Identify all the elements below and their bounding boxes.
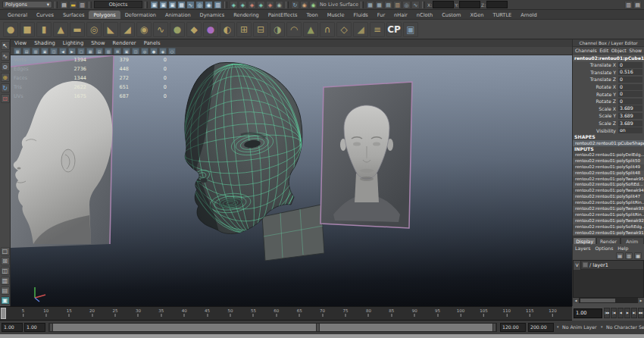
poly-torus-icon[interactable]: ◎ — [86, 22, 102, 37]
selected-object-name[interactable]: rentou02:rentou01:pCube1 — [573, 55, 644, 61]
channel-box-menu-item[interactable]: Show — [629, 48, 642, 53]
status-group-grip[interactable] — [55, 2, 58, 8]
panel-menu-item[interactable]: View — [14, 40, 27, 46]
new-layer-icon[interactable]: ▥ — [625, 252, 633, 259]
gate-mask-icon[interactable]: ▥ — [105, 48, 112, 55]
attribute-value-field[interactable]: 3.689 — [618, 113, 642, 119]
range-start-handle[interactable] — [49, 324, 53, 331]
textured-mode-icon[interactable]: ◉ — [159, 48, 167, 55]
layer-visibility-toggle[interactable]: V — [574, 261, 581, 270]
shelf-tab[interactable]: Muscle — [323, 11, 349, 19]
coordinate-input[interactable] — [486, 1, 508, 8]
select-hierarchy-icon[interactable]: ▣ — [150, 1, 158, 9]
bridge-icon[interactable]: ∩ — [320, 22, 335, 37]
range-slider-bar[interactable] — [48, 323, 497, 332]
input-node-item[interactable]: rentou02:rentou01:polyTweak95 — [573, 177, 644, 183]
panel-menu-item[interactable]: Lighting — [63, 40, 83, 46]
new-layer-selected-icon[interactable]: ▦ — [634, 252, 642, 259]
shelf-tab[interactable]: XGen — [466, 11, 489, 19]
poly-soccer-icon[interactable]: ● — [170, 22, 185, 37]
select-rendering-icon[interactable]: ▥ — [214, 1, 222, 9]
playback-button[interactable]: ▶ — [624, 308, 630, 318]
input-node-item[interactable]: rentou02:rentou01:polySplitRin... — [573, 212, 644, 218]
hypershade-layout-icon[interactable]: ▤ — [1, 286, 10, 295]
character-set-selector[interactable]: No Character Set — [606, 324, 644, 330]
input-node-item[interactable]: rentou02:rentou01:polySplit48 — [573, 171, 644, 177]
shelf-tab[interactable]: Deformation — [120, 11, 161, 19]
safe-action-icon[interactable]: ▣ — [123, 48, 130, 55]
panel-menu-item[interactable]: Panels — [144, 40, 161, 46]
status-group-grip[interactable] — [224, 2, 227, 8]
select-tool-icon[interactable]: ↖ — [1, 41, 10, 50]
input-node-item[interactable]: rentou02:rentou01:polySplit49 — [573, 164, 644, 171]
status-group-grip[interactable] — [361, 2, 364, 8]
shelf-tab[interactable]: PaintEffects — [264, 11, 302, 19]
mirror-icon[interactable]: ◐ — [220, 22, 235, 37]
attribute-value-field[interactable]: 0 — [618, 99, 642, 105]
poly-pyramid-icon[interactable]: ◢ — [120, 22, 135, 37]
input-node-item[interactable]: rentou02:rentou01:polyTweak91 — [573, 230, 644, 236]
coordinate-input[interactable] — [433, 1, 454, 8]
multi-cut-icon[interactable]: ≡ — [370, 22, 385, 37]
coordinate-field[interactable]: X: — [427, 1, 454, 8]
bevel-icon[interactable]: ◇ — [336, 22, 352, 37]
snap-point-icon[interactable]: ◈ — [248, 1, 256, 9]
channel-box-menu-item[interactable]: Channels — [575, 48, 597, 53]
channel-box-menu-item[interactable]: Object — [611, 48, 627, 53]
status-group-grip[interactable] — [89, 2, 92, 8]
pane-outliner-layout-icon[interactable]: ▥ — [1, 277, 10, 285]
shelf-tab[interactable]: Custom — [437, 11, 465, 19]
scrollbar-track[interactable] — [579, 298, 638, 303]
smooth-icon[interactable]: ◠ — [286, 22, 302, 37]
shaded-mode-icon[interactable]: ● — [150, 48, 158, 55]
lasso-tool-icon[interactable]: ∿ — [1, 52, 10, 61]
anim-layer-selector[interactable]: No Anim Layer — [562, 324, 597, 330]
animation-start-field[interactable]: 1.00 — [2, 323, 23, 332]
scroll-right-icon[interactable]: ▶ — [638, 298, 644, 303]
animation-end-field[interactable]: 200.00 — [528, 323, 554, 332]
input-node-item[interactable]: rentou02:rentou01:polySoftEdg... — [573, 224, 644, 230]
render-settings-icon[interactable]: ▥ — [393, 1, 402, 9]
current-frame-marker[interactable] — [1, 308, 6, 319]
playback-button[interactable]: ▶▶| — [638, 308, 644, 318]
coordinate-input[interactable] — [459, 1, 480, 8]
custom-layout-icon[interactable]: ▣ — [1, 296, 10, 305]
shelf-tab[interactable]: TURTLE — [488, 11, 516, 19]
layer-editor-tab[interactable]: Render — [596, 237, 620, 244]
shelf-tab[interactable]: Rendering — [229, 11, 264, 19]
construction-history-icon[interactable]: ↻ — [291, 1, 299, 9]
snap-view-plane-icon[interactable]: ◈ — [266, 1, 274, 9]
ipr-render-icon[interactable]: ◉ — [309, 1, 317, 9]
combine-icon[interactable]: ⊞ — [236, 22, 252, 37]
quad-draw-icon[interactable]: ▣ — [403, 22, 418, 37]
cp-node-icon[interactable]: CP — [386, 22, 402, 37]
snap-curve-icon[interactable]: ◈ — [239, 1, 247, 9]
attribute-value-field[interactable]: 0 — [618, 91, 642, 97]
attribute-value-field[interactable]: 3.689 — [618, 120, 642, 127]
time-slider[interactable]: 5101520253035404550556065707580859095100… — [0, 306, 572, 321]
select-curve-icon[interactable]: ∿ — [186, 1, 195, 9]
input-node-item[interactable]: rentou02:rentou01:polySplitRin... — [573, 200, 644, 206]
shelf-tab[interactable]: nHair — [389, 11, 412, 19]
shelf-tab[interactable]: Surfaces — [58, 11, 89, 19]
select-component-icon[interactable]: ▣ — [168, 1, 177, 9]
render-current-icon[interactable]: ▦ — [375, 1, 383, 9]
film-gate-icon[interactable]: ▦ — [86, 48, 94, 55]
range-end-handle[interactable] — [492, 324, 496, 331]
playback-button[interactable]: ◀ — [617, 308, 624, 318]
select-surface-icon[interactable]: ◎ — [195, 1, 204, 9]
layer-list-scrollbar[interactable]: ◀ ▶ — [573, 298, 644, 303]
poly-pipe-icon[interactable]: ◉ — [136, 22, 152, 37]
new-scene-icon[interactable]: ▤ — [60, 1, 68, 9]
shelf-tab[interactable]: Animation — [161, 11, 195, 19]
attribute-value-field[interactable]: 0 — [618, 62, 642, 68]
command-line-strip[interactable] — [0, 334, 644, 338]
rotate-tool-icon[interactable]: ↻ — [1, 83, 10, 92]
select-object-icon[interactable]: ▣ — [159, 1, 167, 9]
status-group-grip[interactable] — [145, 2, 148, 8]
view-next-icon[interactable]: ▶ — [68, 48, 76, 55]
attribute-value-field[interactable]: 0 — [618, 77, 642, 83]
input-node-item[interactable]: rentou02:rentou01:polySplit47 — [573, 194, 644, 200]
front-reference-image-plane[interactable] — [320, 80, 417, 233]
panel-menu-item[interactable]: Shading — [34, 40, 55, 46]
